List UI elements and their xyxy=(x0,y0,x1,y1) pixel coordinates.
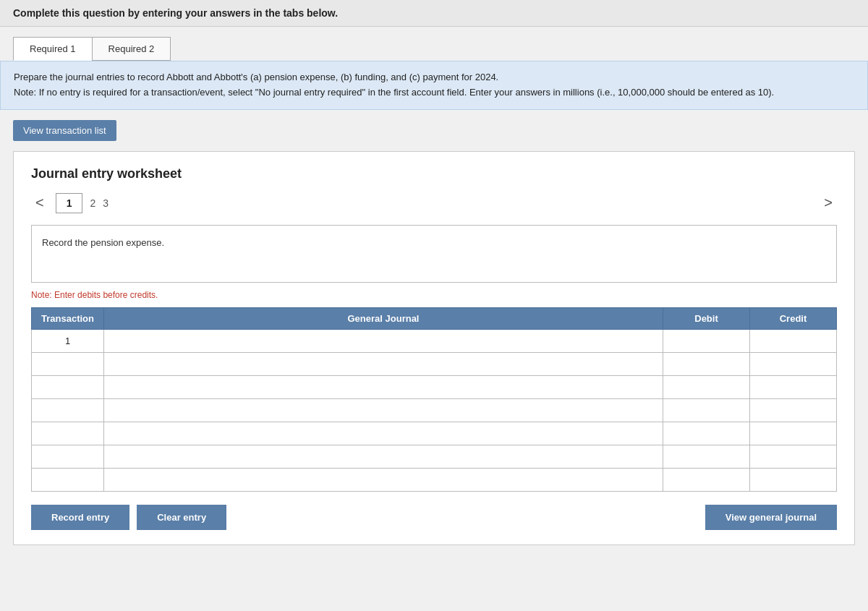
debit-input[interactable] xyxy=(663,445,749,468)
table-row xyxy=(32,445,837,468)
instructions-block: Prepare the journal entries to record Ab… xyxy=(0,61,868,110)
general-journal-input[interactable] xyxy=(104,469,663,491)
tab-required2[interactable]: Required 2 xyxy=(92,37,171,61)
credit-cell[interactable] xyxy=(750,352,837,375)
general-journal-input[interactable] xyxy=(104,353,663,375)
view-general-journal-button[interactable]: View general journal xyxy=(705,505,837,530)
credit-cell[interactable] xyxy=(750,422,837,445)
general-journal-input[interactable] xyxy=(104,330,663,352)
instructions-line2: Note: If no entry is required for a tran… xyxy=(14,87,774,98)
debit-cell[interactable] xyxy=(663,445,750,468)
debit-cell[interactable] xyxy=(663,352,750,375)
credit-input[interactable] xyxy=(750,376,836,398)
action-buttons-wrapper: Record entry Clear entry View general jo… xyxy=(31,505,837,530)
transaction-cell xyxy=(32,468,104,491)
tabs-row: Required 1 Required 2 xyxy=(0,27,868,61)
debit-input[interactable] xyxy=(663,376,749,398)
worksheet-title: Journal entry worksheet xyxy=(31,166,837,181)
credit-cell[interactable] xyxy=(750,445,837,468)
top-banner: Complete this question by entering your … xyxy=(0,0,868,27)
credit-input[interactable] xyxy=(750,399,836,422)
prev-step-button[interactable]: < xyxy=(31,193,48,213)
table-row xyxy=(32,352,837,375)
journal-table: Transaction General Journal Debit Credit… xyxy=(31,307,837,492)
record-entry-button[interactable]: Record entry xyxy=(31,505,129,530)
general-journal-input[interactable] xyxy=(104,399,663,422)
table-row: 1 xyxy=(32,329,837,352)
debit-cell[interactable] xyxy=(663,329,750,352)
debit-input[interactable] xyxy=(663,330,749,352)
view-transaction-list-button[interactable]: View transaction list xyxy=(13,120,116,141)
general-journal-cell[interactable] xyxy=(104,398,663,422)
step-1-box[interactable]: 1 xyxy=(56,193,83,213)
transaction-cell xyxy=(32,375,104,398)
transaction-cell xyxy=(32,445,104,468)
debit-input[interactable] xyxy=(663,422,749,445)
step-2-label[interactable]: 2 xyxy=(90,197,95,209)
credit-input[interactable] xyxy=(750,422,836,445)
general-journal-cell[interactable] xyxy=(104,329,663,352)
general-journal-cell[interactable] xyxy=(104,445,663,468)
general-journal-cell[interactable] xyxy=(104,468,663,491)
next-step-button[interactable]: > xyxy=(820,193,837,213)
transaction-cell: 1 xyxy=(32,329,104,352)
transaction-cell xyxy=(32,422,104,445)
table-row xyxy=(32,468,837,491)
note-text: Note: Enter debits before credits. xyxy=(31,290,837,300)
table-row xyxy=(32,398,837,422)
tab-required1[interactable]: Required 1 xyxy=(13,37,92,61)
table-row xyxy=(32,422,837,445)
credit-cell[interactable] xyxy=(750,468,837,491)
credit-cell[interactable] xyxy=(750,329,837,352)
debit-cell[interactable] xyxy=(663,375,750,398)
credit-input[interactable] xyxy=(750,353,836,375)
debit-input[interactable] xyxy=(663,353,749,375)
col-header-general-journal: General Journal xyxy=(104,307,663,329)
transaction-cell xyxy=(32,398,104,422)
credit-cell[interactable] xyxy=(750,398,837,422)
step-navigator: < 1 2 3 > xyxy=(31,193,837,213)
description-box: Record the pension expense. xyxy=(31,225,837,283)
general-journal-input[interactable] xyxy=(104,376,663,398)
debit-input[interactable] xyxy=(663,399,749,422)
col-header-debit: Debit xyxy=(663,307,750,329)
credit-input[interactable] xyxy=(750,469,836,491)
transaction-cell xyxy=(32,352,104,375)
general-journal-cell[interactable] xyxy=(104,375,663,398)
top-banner-text: Complete this question by entering your … xyxy=(13,7,338,19)
general-journal-cell[interactable] xyxy=(104,352,663,375)
step-3-label[interactable]: 3 xyxy=(103,197,109,209)
instructions-line1: Prepare the journal entries to record Ab… xyxy=(14,72,498,82)
worksheet-card: Journal entry worksheet < 1 2 3 > Record… xyxy=(13,151,855,545)
col-header-credit: Credit xyxy=(750,307,837,329)
table-row xyxy=(32,375,837,398)
debit-cell[interactable] xyxy=(663,398,750,422)
general-journal-input[interactable] xyxy=(104,445,663,468)
col-header-transaction: Transaction xyxy=(32,307,104,329)
general-journal-input[interactable] xyxy=(104,422,663,445)
credit-input[interactable] xyxy=(750,330,836,352)
credit-input[interactable] xyxy=(750,445,836,468)
debit-cell[interactable] xyxy=(663,468,750,491)
general-journal-cell[interactable] xyxy=(104,422,663,445)
description-text: Record the pension expense. xyxy=(42,237,164,248)
credit-cell[interactable] xyxy=(750,375,837,398)
debit-cell[interactable] xyxy=(663,422,750,445)
clear-entry-button[interactable]: Clear entry xyxy=(137,505,226,530)
debit-input[interactable] xyxy=(663,469,749,491)
